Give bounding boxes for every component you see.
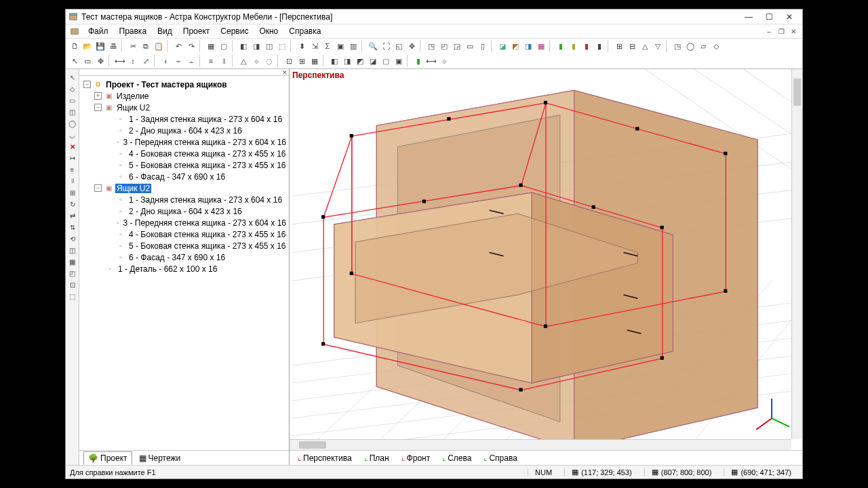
dimension-icon[interactable]: ⟷: [114, 55, 126, 67]
tool-icon[interactable]: ⟷: [425, 55, 437, 67]
mdi-close-button[interactable]: ✕: [789, 26, 798, 36]
menu-service[interactable]: Сервис: [216, 25, 253, 37]
menu-file[interactable]: Файл: [83, 25, 113, 37]
material-icon[interactable]: ▮: [593, 40, 606, 52]
view-tab-perspective[interactable]: ⌞Перспектива: [292, 452, 357, 464]
render-icon[interactable]: ◪: [496, 40, 509, 52]
tool-icon[interactable]: ▣: [334, 40, 347, 52]
delete-icon[interactable]: ✕: [67, 141, 78, 152]
tool-icon[interactable]: ◫: [263, 40, 275, 52]
menu-edit[interactable]: Правка: [115, 25, 152, 37]
material-icon[interactable]: ▮: [568, 40, 580, 52]
tool-icon[interactable]: ▣: [393, 55, 405, 67]
tree-item[interactable]: 3 - Передняя стенка ящика - 273 x 604 x …: [121, 138, 288, 147]
zoom-window-icon[interactable]: ◱: [393, 40, 405, 52]
tool-icon[interactable]: ↦: [67, 152, 78, 163]
tree-drawer-2[interactable]: Ящик U2: [115, 184, 151, 193]
menu-help[interactable]: Справка: [284, 25, 326, 37]
dist-icon[interactable]: ≡: [205, 55, 217, 67]
render-icon[interactable]: ◨: [522, 40, 534, 52]
view-tab-right[interactable]: ⌞Справа: [478, 452, 522, 464]
save-icon[interactable]: 💾: [94, 40, 106, 52]
tool-icon[interactable]: ⟐: [250, 55, 262, 67]
viewport-scrollbar-vertical[interactable]: [791, 69, 802, 439]
view-tab-front[interactable]: ⌞Фронт: [396, 452, 436, 464]
dimension-icon[interactable]: ⤢: [140, 55, 152, 67]
redo-icon[interactable]: ↷: [185, 40, 197, 52]
dist-icon[interactable]: ⦀: [218, 55, 230, 67]
tree-item[interactable]: 4 - Боковая стенка ящика - 273 x 455 x 1…: [127, 149, 288, 159]
minimize-button[interactable]: —: [738, 10, 759, 24]
maximize-button[interactable]: ☐: [759, 10, 779, 24]
move-icon[interactable]: ✥: [94, 55, 106, 67]
view-icon[interactable]: ▭: [464, 40, 476, 52]
select-icon[interactable]: ▭: [81, 55, 94, 67]
tree-item[interactable]: 5 - Боковая стенка ящика - 273 x 455 x 1…: [127, 161, 288, 170]
snap-icon[interactable]: ▢: [218, 40, 230, 52]
tab-project[interactable]: 🌳Проект: [83, 451, 132, 465]
view-tab-left[interactable]: ⌞Слева: [437, 452, 477, 464]
tool-icon[interactable]: Σ: [321, 40, 334, 52]
undo-icon[interactable]: ↶: [172, 40, 184, 52]
pan-icon[interactable]: ✥: [406, 40, 418, 52]
zoom-icon[interactable]: 🔍: [367, 40, 379, 52]
shape-icon[interactable]: ◇: [710, 40, 722, 52]
tool-icon[interactable]: ⇲: [309, 40, 321, 52]
tool-icon[interactable]: ▢: [380, 55, 392, 67]
view-icon[interactable]: ◲: [451, 40, 463, 52]
menu-project[interactable]: Проект: [178, 25, 215, 37]
tree-item[interactable]: 6 - Фасад - 347 x 690 x 16: [127, 172, 226, 182]
tool-icon[interactable]: ◨: [250, 40, 262, 52]
mdi-restore-button[interactable]: ❐: [776, 26, 786, 36]
view-icon[interactable]: ▯: [477, 40, 489, 52]
paste-icon[interactable]: 📋: [153, 40, 165, 52]
align-icon[interactable]: ⫞: [159, 55, 172, 67]
tool-icon[interactable]: ◩: [354, 55, 366, 67]
rect-icon[interactable]: ▭: [67, 95, 78, 106]
view-tab-plan[interactable]: ⌞План: [359, 452, 395, 464]
tool-icon[interactable]: ⊟: [626, 40, 638, 52]
tool-icon[interactable]: ↻: [67, 199, 78, 209]
cut-icon[interactable]: ✂: [127, 40, 139, 52]
tab-drawings[interactable]: ▦Чертежи: [135, 452, 185, 464]
new-icon[interactable]: 🗋: [68, 40, 81, 52]
tool-icon[interactable]: ⊞: [67, 187, 78, 198]
tool-icon[interactable]: ◨: [341, 55, 353, 67]
tool-icon[interactable]: ▽: [652, 40, 664, 52]
tool-icon[interactable]: ▦: [309, 55, 321, 67]
tree-item[interactable]: 4 - Боковая стенка ящика - 273 x 455 x 1…: [127, 230, 288, 239]
align-icon[interactable]: ⫠: [185, 55, 197, 67]
view-icon[interactable]: ◰: [438, 40, 450, 52]
tool-icon[interactable]: ⊞: [613, 40, 625, 52]
arc-icon[interactable]: ◡: [67, 129, 78, 140]
mdi-minimize-button[interactable]: –: [764, 26, 774, 36]
tool-icon[interactable]: ◪: [367, 55, 379, 67]
render-icon[interactable]: ▦: [535, 40, 547, 52]
tool-icon[interactable]: ⇅: [67, 222, 78, 232]
tool-icon[interactable]: ≡: [67, 164, 78, 175]
tool-icon[interactable]: ▦: [67, 256, 78, 267]
tool-icon[interactable]: ⦀: [67, 176, 78, 186]
render-icon[interactable]: ◩: [509, 40, 521, 52]
tool-icon[interactable]: ◌: [263, 55, 275, 67]
close-button[interactable]: ✕: [779, 10, 800, 24]
rect-icon[interactable]: ◫: [67, 106, 78, 117]
panel-close-button[interactable]: ✕: [79, 69, 289, 76]
project-tree[interactable]: −⚙Проект - Тест мастера ящиков +▣Изделие…: [79, 76, 289, 450]
tree-drawer-1[interactable]: Ящик U2: [115, 103, 151, 113]
open-icon[interactable]: 📂: [81, 40, 94, 52]
tool-icon[interactable]: ⊞: [296, 55, 308, 67]
dimension-icon[interactable]: ↕: [127, 55, 139, 67]
tree-item[interactable]: 5 - Боковая стенка ящика - 273 x 455 x 1…: [127, 241, 288, 251]
tool-icon[interactable]: ▮: [412, 55, 425, 67]
viewport-canvas[interactable]: [290, 69, 802, 450]
tool-icon[interactable]: ▥: [347, 40, 359, 52]
tool-icon[interactable]: △: [639, 40, 651, 52]
tool-icon[interactable]: ◰: [67, 268, 78, 279]
material-icon[interactable]: ▮: [580, 40, 593, 52]
tree-item[interactable]: 1 - Задняя стенка ящика - 273 x 604 x 16: [127, 115, 283, 124]
tree-root[interactable]: Проект - Тест мастера ящиков: [104, 80, 229, 89]
circle-icon[interactable]: ◯: [67, 118, 78, 129]
menu-view[interactable]: Вид: [153, 25, 177, 37]
tree-item[interactable]: 2 - Дно ящика - 604 x 423 x 16: [127, 207, 243, 216]
